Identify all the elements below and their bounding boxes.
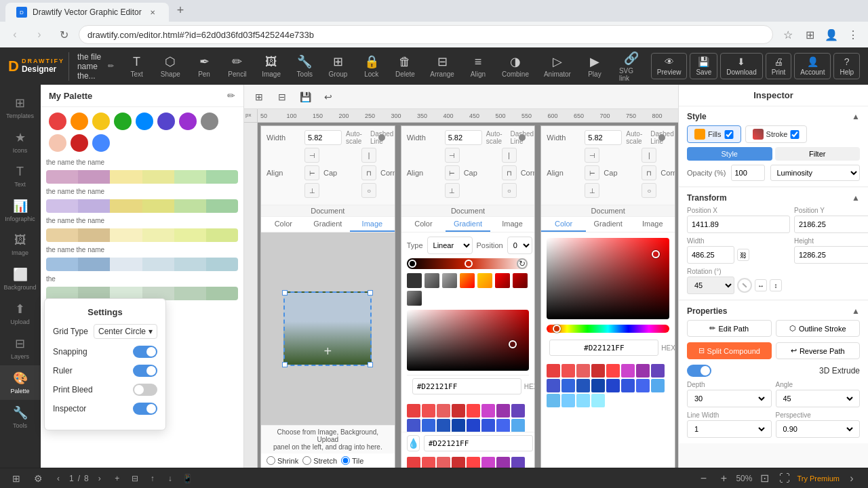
swatch-swatches-right-0[interactable]: [547, 364, 560, 378]
try-premium-btn[interactable]: Try Premium: [797, 474, 840, 483]
toolbar-item-lock[interactable]: 🔒Lock: [357, 52, 387, 81]
swatch-swatches-right-9[interactable]: [561, 379, 575, 392]
cap-1-l[interactable]: |: [361, 148, 376, 163]
swatch-swatches-center-11[interactable]: [452, 419, 465, 432]
rotation-wheel[interactable]: [737, 278, 752, 293]
page-up-btn[interactable]: ↑: [146, 472, 159, 485]
sidebar-item-text[interactable]: TText: [0, 159, 40, 193]
swatch-swatches-center-14[interactable]: [496, 419, 510, 432]
preset-4[interactable]: [460, 273, 475, 288]
palette-color-1[interactable]: [71, 113, 88, 130]
cap-3-r[interactable]: ○: [642, 183, 656, 198]
preset-5[interactable]: [477, 273, 492, 288]
action-preview-btn[interactable]: 👁Preview: [651, 53, 688, 79]
resize-tr[interactable]: [368, 290, 373, 296]
toolbar-item-arrange[interactable]: ⊟Arrange: [424, 52, 460, 81]
cap-3-l[interactable]: ○: [361, 183, 376, 198]
ruler-toggle[interactable]: [133, 365, 157, 377]
resize-bl[interactable]: [282, 362, 288, 367]
extrude-toggle[interactable]: [687, 365, 711, 377]
swatch-swatches-center-10[interactable]: [437, 419, 450, 432]
canvas-export-btn[interactable]: ↩: [319, 87, 338, 106]
filter-tab-btn[interactable]: Filter: [775, 147, 861, 161]
toolbar-item-animator[interactable]: ▷Animator: [538, 52, 577, 81]
profile-button[interactable]: 👤: [822, 25, 841, 44]
color-picker-gradient[interactable]: [407, 310, 530, 371]
tab-close-button[interactable]: ✕: [147, 7, 158, 18]
next-arrow-btn[interactable]: ›: [844, 470, 860, 487]
toolbar-item-play[interactable]: ▶Play: [580, 52, 610, 81]
depth-select[interactable]: 30: [692, 394, 767, 403]
width-input-insp[interactable]: [687, 246, 734, 264]
opacity-input[interactable]: [731, 165, 765, 181]
swatch-swatches-right-4[interactable]: [606, 364, 620, 378]
address-bar[interactable]: [79, 25, 773, 44]
add-page-btn[interactable]: +: [111, 472, 124, 485]
swatch-swatches-center-7[interactable]: [511, 404, 525, 418]
swatch-swatches-center-8[interactable]: [407, 419, 420, 432]
sidebar-item-icons[interactable]: ★Icons: [0, 125, 40, 159]
swatch-swatches-right-5[interactable]: [621, 364, 635, 378]
inspector-toggle[interactable]: [133, 403, 157, 415]
style-tab-btn[interactable]: Style: [687, 147, 772, 161]
align-c-c[interactable]: ⊢: [445, 165, 460, 180]
palette-strip-0[interactable]: [46, 170, 238, 184]
toolbar-item-svg link[interactable]: 🔗SVG link: [612, 48, 651, 85]
shrink-radio[interactable]: [267, 456, 275, 465]
edit-path-btn[interactable]: ✏ Edit Path: [687, 320, 772, 337]
swatch-swatches-right-7[interactable]: [651, 364, 665, 378]
reverse-path-btn[interactable]: ↩ Reverse Path: [776, 342, 861, 359]
align-l-c[interactable]: ⊣: [445, 148, 460, 163]
hex-input-bottom[interactable]: [424, 435, 533, 451]
grid-type-select[interactable]: Center Circle ▾: [94, 324, 157, 339]
stroke-button[interactable]: Stroke: [745, 125, 808, 143]
rotation-select[interactable]: 45: [687, 277, 734, 294]
swatch-swatches-right-11[interactable]: [591, 379, 605, 392]
pos-y-input[interactable]: [794, 216, 868, 233]
new-tab-button[interactable]: +: [169, 0, 193, 22]
width-input-l[interactable]: [304, 130, 342, 145]
toolbar-item-align[interactable]: ≡Align: [463, 52, 493, 81]
swatch-swatches-right-10[interactable]: [576, 379, 590, 392]
swatch-swatches-right-16[interactable]: [547, 394, 560, 407]
gradient-stop-left[interactable]: [408, 260, 416, 268]
canvas-save-btn[interactable]: 💾: [296, 87, 315, 106]
canvas-list-btn[interactable]: ⊟: [273, 87, 292, 106]
align-l-l[interactable]: ⊣: [304, 148, 319, 163]
toolbar-item-pencil[interactable]: ✏Pencil: [222, 52, 253, 81]
action-help-btn[interactable]: ?Help: [833, 53, 860, 79]
sidebar-item-upload[interactable]: ⬆Upload: [0, 296, 40, 331]
cap-1-r[interactable]: |: [642, 148, 656, 163]
hex-input-gradient-top[interactable]: [412, 378, 521, 394]
swatch-swatches-right-8[interactable]: [547, 379, 560, 392]
align-r-c[interactable]: ⊥: [445, 183, 460, 198]
gradient-type-select[interactable]: Linear Radial Conical: [427, 237, 473, 254]
page-device-btn[interactable]: 📱: [181, 472, 195, 485]
swatch-swatches-right-17[interactable]: [561, 394, 575, 407]
preset-8[interactable]: [407, 291, 422, 306]
action-save-btn[interactable]: 💾Save: [690, 53, 717, 79]
print-bleed-toggle[interactable]: [133, 384, 157, 396]
palette-color-2[interactable]: [92, 113, 110, 130]
bottom-grid-btn[interactable]: ⊞: [8, 470, 24, 487]
align-c-r[interactable]: ⊢: [585, 165, 599, 180]
align-r-l[interactable]: ⊥: [304, 183, 319, 198]
toolbar-item-delete[interactable]: 🗑Delete: [389, 52, 421, 81]
swatch-swatches-center-3[interactable]: [452, 404, 465, 418]
toolbar-item-shape[interactable]: ⬡Shape: [155, 52, 186, 81]
prev-page-btn[interactable]: ‹: [52, 472, 65, 485]
stretch-radio[interactable]: [302, 456, 311, 465]
color-tab-l[interactable]: Color: [261, 217, 306, 232]
action-print-btn[interactable]: 🖨Print: [766, 53, 792, 79]
sidebar-item-templates[interactable]: ⊞Templates: [0, 90, 40, 125]
outline-stroke-btn[interactable]: ⬡ Outline Stroke: [776, 320, 861, 337]
tile-radio[interactable]: [341, 456, 350, 465]
sidebar-item-background[interactable]: ⬜Background: [0, 262, 40, 296]
file-edit-icon[interactable]: ✏: [108, 62, 114, 70]
gradient-stop-mid[interactable]: [465, 260, 473, 268]
split-compound-btn[interactable]: ⊟ Split Compound: [687, 342, 772, 359]
height-input[interactable]: [794, 246, 868, 264]
palette-color-9[interactable]: [71, 134, 88, 152]
cap-2-l[interactable]: ⊓: [361, 165, 376, 180]
sidebar-item-layers[interactable]: ⊟Layers: [0, 331, 40, 365]
